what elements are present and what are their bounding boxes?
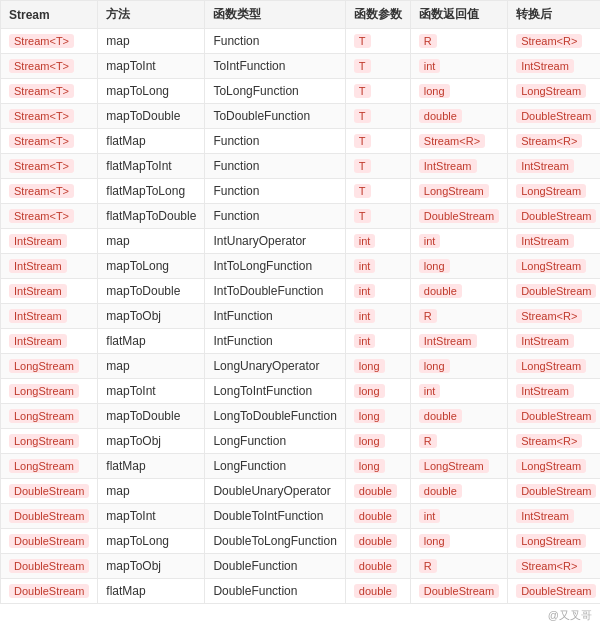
table-cell: LongToDoubleFunction [205, 404, 345, 429]
table-cell: Stream<T> [1, 79, 98, 104]
table-cell: IntStream [1, 279, 98, 304]
table-row: LongStreamflatMapLongFunctionlongLongStr… [1, 454, 601, 479]
table-cell: mapToLong [98, 529, 205, 554]
table-cell: T [345, 79, 410, 104]
col-header-func-return: 函数返回值 [410, 1, 507, 29]
table-cell: Stream<T> [1, 29, 98, 54]
table-cell: flatMap [98, 329, 205, 354]
table-cell: IntToDoubleFunction [205, 279, 345, 304]
table-cell: DoubleFunction [205, 554, 345, 579]
table-cell: Function [205, 179, 345, 204]
table-cell: IntStream [1, 329, 98, 354]
table-cell: DoubleToLongFunction [205, 529, 345, 554]
table-cell: T [345, 104, 410, 129]
table-cell: R [410, 429, 507, 454]
table-cell: mapToObj [98, 429, 205, 454]
table-cell: double [345, 479, 410, 504]
table-row: Stream<T>mapToLongToLongFunctionTlongLon… [1, 79, 601, 104]
table-cell: Function [205, 129, 345, 154]
table-cell: int [345, 254, 410, 279]
table-cell: LongUnaryOperator [205, 354, 345, 379]
table-cell: int [410, 504, 507, 529]
table-cell: Function [205, 204, 345, 229]
table-cell: Stream<R> [508, 554, 600, 579]
table-cell: DoubleStream [1, 529, 98, 554]
table-cell: LongStream [1, 454, 98, 479]
table-cell: IntStream [508, 54, 600, 79]
table-cell: int [410, 229, 507, 254]
table-cell: Stream<T> [1, 54, 98, 79]
table-cell: LongStream [1, 379, 98, 404]
table-cell: DoubleStream [1, 479, 98, 504]
table-row: LongStreammapToDoubleLongToDoubleFunctio… [1, 404, 601, 429]
table-cell: IntStream [508, 379, 600, 404]
table-cell: T [345, 54, 410, 79]
table-cell: flatMap [98, 454, 205, 479]
table-cell: R [410, 29, 507, 54]
table-row: Stream<T>mapToIntToIntFunctionTintIntStr… [1, 54, 601, 79]
table-row: LongStreammapLongUnaryOperatorlonglongLo… [1, 354, 601, 379]
table-cell: double [410, 104, 507, 129]
table-cell: IntStream [1, 304, 98, 329]
main-table: Stream 方法 函数类型 函数参数 函数返回值 转换后 Stream<T>m… [0, 0, 600, 604]
table-cell: DoubleStream [508, 579, 600, 604]
table-cell: IntStream [508, 154, 600, 179]
table-row: Stream<T>mapFunctionTRStream<R> [1, 29, 601, 54]
table-cell: mapToInt [98, 54, 205, 79]
table-cell: flatMapToDouble [98, 204, 205, 229]
table-cell: IntStream [508, 504, 600, 529]
table-cell: double [345, 504, 410, 529]
table-row: Stream<T>flatMapFunctionTStream<R>Stream… [1, 129, 601, 154]
table-cell: mapToDouble [98, 279, 205, 304]
table-cell: LongStream [508, 179, 600, 204]
table-cell: R [410, 304, 507, 329]
table-cell: Function [205, 154, 345, 179]
table-cell: mapToLong [98, 79, 205, 104]
table-cell: IntUnaryOperator [205, 229, 345, 254]
table-cell: long [345, 429, 410, 454]
table-cell: DoubleStream [508, 104, 600, 129]
table-row: IntStreamflatMapIntFunctionintIntStreamI… [1, 329, 601, 354]
table-cell: T [345, 179, 410, 204]
table-cell: long [410, 79, 507, 104]
table-cell: LongStream [1, 429, 98, 454]
table-cell: double [410, 479, 507, 504]
table-cell: IntToLongFunction [205, 254, 345, 279]
table-cell: ToLongFunction [205, 79, 345, 104]
table-cell: map [98, 479, 205, 504]
table-cell: Stream<R> [508, 429, 600, 454]
table-row: IntStreammapToObjIntFunctionintRStream<R… [1, 304, 601, 329]
table-cell: Stream<T> [1, 204, 98, 229]
table-cell: LongStream [410, 179, 507, 204]
table-cell: T [345, 154, 410, 179]
table-cell: flatMapToInt [98, 154, 205, 179]
table-cell: DoubleStream [508, 404, 600, 429]
table-cell: T [345, 29, 410, 54]
table-cell: map [98, 229, 205, 254]
table-row: LongStreammapToIntLongToIntFunctionlongi… [1, 379, 601, 404]
table-cell: Stream<R> [508, 304, 600, 329]
col-header-converted: 转换后 [508, 1, 600, 29]
table-cell: IntStream [1, 254, 98, 279]
col-header-method: 方法 [98, 1, 205, 29]
table-cell: map [98, 354, 205, 379]
table-row: DoubleStreamflatMapDoubleFunctiondoubleD… [1, 579, 601, 604]
table-row: Stream<T>mapToDoubleToDoubleFunctionTdou… [1, 104, 601, 129]
table-cell: long [410, 354, 507, 379]
table-cell: double [345, 529, 410, 554]
table-row: Stream<T>flatMapToDoubleFunctionTDoubleS… [1, 204, 601, 229]
table-cell: flatMap [98, 579, 205, 604]
table-cell: DoubleFunction [205, 579, 345, 604]
table-cell: Stream<T> [1, 129, 98, 154]
table-cell: Stream<T> [1, 154, 98, 179]
table-cell: IntStream [410, 329, 507, 354]
table-row: DoubleStreammapToIntDoubleToIntFunctiond… [1, 504, 601, 529]
table-cell: LongStream [508, 454, 600, 479]
col-header-stream: Stream [1, 1, 98, 29]
table-row: Stream<T>flatMapToLongFunctionTLongStrea… [1, 179, 601, 204]
table-cell: int [410, 54, 507, 79]
table-cell: int [410, 379, 507, 404]
table-cell: R [410, 554, 507, 579]
table-cell: mapToObj [98, 304, 205, 329]
table-cell: IntStream [1, 229, 98, 254]
